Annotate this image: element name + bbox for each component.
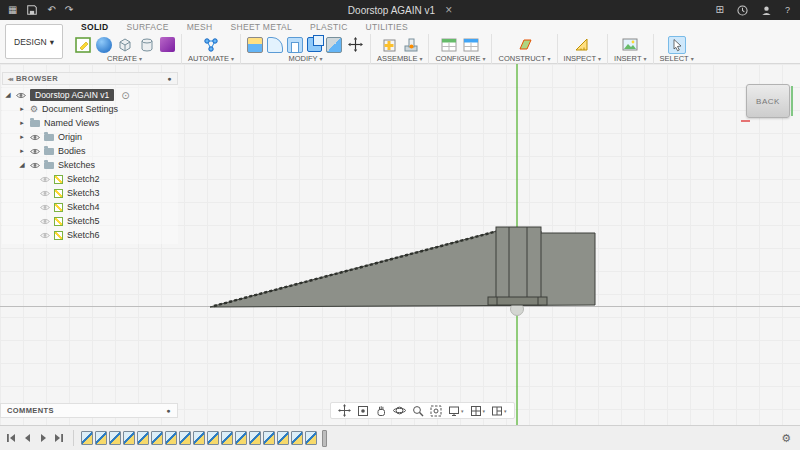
save-icon[interactable] [26, 4, 38, 16]
grid-settings-icon[interactable]: ▾ [470, 405, 486, 417]
construction-plane-icon[interactable] [516, 36, 534, 54]
timeline-sketch-feature-icon[interactable] [193, 431, 205, 445]
split-body-icon[interactable] [326, 37, 342, 53]
caret-expanded-icon[interactable]: ◢ [18, 161, 26, 169]
job-status-icon[interactable] [737, 5, 748, 16]
undo-icon[interactable]: ↶ [47, 5, 55, 15]
tree-row-sketch3[interactable]: Sketch3 [2, 186, 178, 200]
workspace-switcher-button[interactable]: DESIGN ▾ [5, 24, 63, 59]
timeline-gear-icon[interactable]: ⚙ [781, 433, 791, 444]
fillet-icon[interactable] [267, 37, 283, 53]
timeline-sketch-feature-icon[interactable] [123, 431, 135, 445]
modify-dropdown[interactable]: MODIFY ▾ [288, 54, 322, 63]
timeline-sketch-feature-icon[interactable] [137, 431, 149, 445]
tab-mesh[interactable]: MESH [178, 22, 222, 32]
press-pull-icon[interactable] [247, 37, 263, 53]
eye-icon[interactable] [16, 92, 26, 99]
timeline-sketch-feature-icon[interactable] [221, 431, 233, 445]
timeline-sketch-feature-icon[interactable] [305, 431, 317, 445]
create-box-icon[interactable] [116, 36, 134, 54]
create-dropdown[interactable]: CREATE ▾ [107, 54, 142, 63]
go-to-end-button[interactable] [54, 433, 64, 443]
shell-icon[interactable] [287, 37, 303, 53]
eye-icon[interactable] [30, 134, 40, 141]
look-at-icon[interactable] [357, 405, 369, 417]
caret-collapsed-icon[interactable]: ▸ [18, 105, 26, 113]
viewports-icon[interactable]: ▾ [491, 405, 507, 417]
timeline-sketch-feature-icon[interactable] [277, 431, 289, 445]
orbit-icon[interactable] [393, 404, 406, 417]
tab-utilities[interactable]: UTILITIES [357, 22, 417, 32]
timeline-sketch-feature-icon[interactable] [235, 431, 247, 445]
redo-icon[interactable]: ↷ [65, 5, 73, 15]
extensions-icon[interactable]: ⊞ [716, 5, 724, 15]
eye-icon[interactable] [40, 190, 50, 197]
create-cylinder-icon[interactable] [138, 36, 156, 54]
radial-menu-icon[interactable]: ⊙ [121, 90, 129, 101]
tree-root-row[interactable]: ◢ Doorstop AGAIN v1 ⊙ [2, 88, 178, 102]
app-launcher-icon[interactable]: ▦ [8, 5, 17, 15]
fit-icon[interactable] [430, 405, 442, 417]
tree-row-named-views[interactable]: ▸ Named Views [2, 116, 178, 130]
tree-row-sketch5[interactable]: Sketch5 [2, 214, 178, 228]
root-component-name[interactable]: Doorstop AGAIN v1 [30, 89, 114, 101]
tab-plastic[interactable]: PLASTIC [301, 22, 357, 32]
zoom-icon[interactable] [412, 405, 424, 417]
insert-dropdown[interactable]: INSERT ▾ [614, 54, 646, 63]
automate-dropdown[interactable]: AUTOMATE ▾ [188, 54, 234, 63]
pan-icon[interactable] [338, 404, 351, 417]
timeline-sketch-feature-icon[interactable] [109, 431, 121, 445]
caret-collapsed-icon[interactable]: ▸ [18, 119, 26, 127]
measure-icon[interactable] [573, 36, 591, 54]
play-button[interactable] [38, 433, 48, 443]
timeline-sketch-feature-icon[interactable] [151, 431, 163, 445]
close-document-icon[interactable]: × [445, 3, 452, 17]
tab-solid[interactable]: SOLID [72, 22, 117, 32]
create-lattice-icon[interactable] [160, 37, 175, 52]
timeline-position-marker[interactable] [322, 430, 327, 447]
profile-icon[interactable] [761, 5, 772, 16]
configuration-table-icon[interactable] [440, 36, 458, 54]
select-cursor-icon[interactable] [668, 36, 686, 54]
inspect-dropdown[interactable]: INSPECT ▾ [564, 54, 602, 63]
tree-row-document-settings[interactable]: ▸ ⚙ Document Settings [2, 102, 178, 116]
timeline-sketch-feature-icon[interactable] [249, 431, 261, 445]
new-sketch-icon[interactable] [74, 36, 92, 54]
go-to-start-button[interactable] [6, 433, 16, 443]
comments-panel-header[interactable]: COMMENTS ● [0, 403, 178, 418]
timeline-sketch-feature-icon[interactable] [81, 431, 93, 445]
assemble-dropdown[interactable]: ASSEMBLE ▾ [377, 54, 422, 63]
select-dropdown[interactable]: SELECT ▾ [660, 54, 694, 63]
timeline-sketch-feature-icon[interactable] [95, 431, 107, 445]
eye-icon[interactable] [40, 176, 50, 183]
help-icon[interactable]: ? [785, 6, 790, 15]
caret-expanded-icon[interactable]: ◢ [4, 91, 12, 99]
insert-image-icon[interactable] [621, 36, 639, 54]
tab-sheet-metal[interactable]: SHEET METAL [222, 22, 302, 32]
configure-dropdown[interactable]: CONFIGURE ▾ [435, 54, 485, 63]
tree-row-bodies[interactable]: ▸ Bodies [2, 144, 178, 158]
timeline-sketch-feature-icon[interactable] [291, 431, 303, 445]
tree-row-sketch2[interactable]: Sketch2 [2, 172, 178, 186]
new-component-icon[interactable] [380, 36, 398, 54]
comments-panel-menu-icon[interactable]: ● [166, 407, 171, 414]
timeline-sketch-feature-icon[interactable] [207, 431, 219, 445]
eye-icon[interactable] [40, 204, 50, 211]
joint-icon[interactable] [402, 36, 420, 54]
eye-icon[interactable] [40, 232, 50, 239]
timeline-sketch-feature-icon[interactable] [165, 431, 177, 445]
browser-panel-menu-icon[interactable]: ● [167, 75, 172, 82]
view-cube[interactable]: BACK [746, 84, 790, 118]
eye-icon[interactable] [30, 148, 40, 155]
tree-row-sketch4[interactable]: Sketch4 [2, 200, 178, 214]
tab-surface[interactable]: SURFACE [117, 22, 177, 32]
move-copy-icon[interactable] [346, 36, 364, 54]
tree-row-sketches[interactable]: ◢ Sketches [2, 158, 178, 172]
automate-icon[interactable] [202, 36, 220, 54]
eye-icon[interactable] [30, 162, 40, 169]
browser-header[interactable]: ◂◂ BROWSER ● [2, 72, 178, 85]
step-back-button[interactable] [22, 433, 32, 443]
configuration-insert-icon[interactable] [462, 36, 480, 54]
eye-icon[interactable] [40, 218, 50, 225]
timeline-sketch-feature-icon[interactable] [263, 431, 275, 445]
